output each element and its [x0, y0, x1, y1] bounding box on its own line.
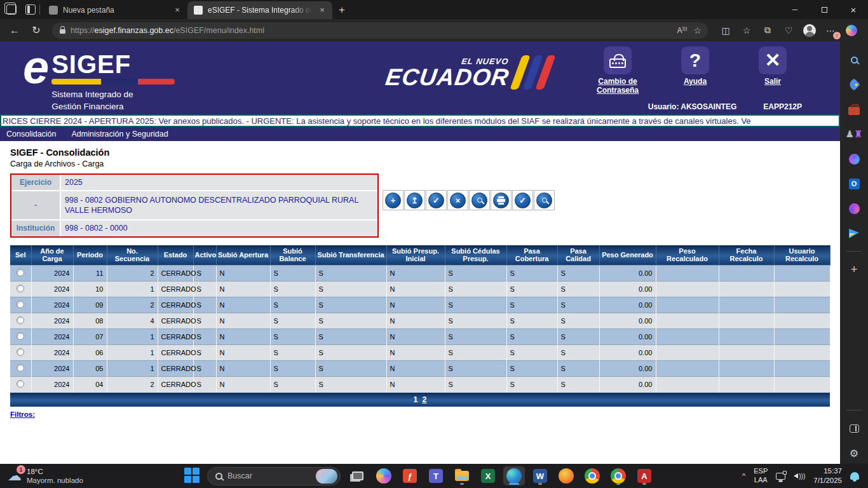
cell: S: [557, 313, 599, 329]
sidebar-settings-icon[interactable]: ⚙: [847, 446, 861, 460]
sidebar-drop-icon[interactable]: [847, 226, 861, 240]
tab-close-icon[interactable]: ×: [317, 5, 327, 15]
profile-avatar[interactable]: [803, 24, 816, 37]
tab-esigef-active[interactable]: eSIGEF - Sistema Integrado de G ×: [187, 1, 332, 19]
favorite-star-icon[interactable]: ☆: [693, 25, 702, 36]
sidebar-tools-icon[interactable]: [847, 102, 861, 116]
copilot-app-icon[interactable]: [373, 466, 395, 485]
cell: 0.00: [599, 313, 656, 329]
cell: N: [386, 345, 445, 361]
upload-save-button[interactable]: ↥: [404, 190, 425, 210]
workspaces-icon[interactable]: [6, 4, 17, 15]
cell: 0.00: [599, 329, 656, 345]
print-button[interactable]: [491, 190, 512, 210]
sidebar-add-icon[interactable]: +: [847, 262, 861, 276]
cell: 06: [73, 345, 107, 361]
back-button[interactable]: ←: [5, 22, 24, 39]
start-button[interactable]: [184, 468, 201, 484]
sidebar-search-icon[interactable]: [847, 53, 861, 67]
update-badge: ↑: [833, 32, 841, 39]
sidebar-clipchamp-icon[interactable]: [847, 201, 861, 215]
weather-widget[interactable]: ☁1 18°C Mayorm. nublado: [0, 467, 184, 485]
split-screen-icon[interactable]: ◫: [719, 24, 732, 37]
word-icon[interactable]: W: [529, 466, 551, 485]
task-view-icon[interactable]: [347, 466, 369, 485]
row-select-radio[interactable]: [17, 332, 24, 340]
maximize-button[interactable]: [810, 0, 839, 19]
validate-form-button[interactable]: ✓: [426, 190, 447, 210]
collections-icon[interactable]: ⧉: [761, 24, 774, 37]
excel-icon[interactable]: X: [477, 466, 499, 485]
address-bar[interactable]: https://esigef.finanzas.gob.ec/eSIGEF/me…: [52, 22, 708, 39]
minimize-button[interactable]: ─: [780, 0, 810, 19]
logout-button[interactable]: ✕ Salir: [743, 46, 802, 95]
sidebar-outlook-icon[interactable]: O: [847, 177, 861, 191]
close-button[interactable]: ×: [839, 0, 868, 19]
browser-essentials-icon[interactable]: ♡: [782, 24, 795, 37]
cell: N: [216, 377, 270, 393]
cell: S: [445, 377, 506, 393]
sidebar-games-icon[interactable]: ♟♜: [847, 127, 861, 141]
row-select-radio[interactable]: [17, 269, 24, 276]
chrome-icon[interactable]: [581, 466, 603, 485]
recalculate-button[interactable]: [534, 190, 555, 210]
new-tab-button[interactable]: +: [339, 4, 345, 17]
page-2-link[interactable]: 2: [423, 395, 427, 404]
breadcrumb: Carga de Archivos - Carga: [10, 159, 840, 168]
consult-file-button[interactable]: [469, 190, 490, 210]
firefox-icon[interactable]: [555, 466, 577, 485]
exit-icon: ✕: [764, 51, 780, 70]
create-button[interactable]: +: [383, 190, 403, 210]
clock[interactable]: 15:377/1/2025: [813, 466, 842, 485]
network-icon[interactable]: [776, 473, 785, 480]
change-password-button[interactable]: Cambio de Contraseña: [588, 46, 647, 95]
menu-administracion[interactable]: Administración y Seguridad: [72, 130, 168, 139]
approve-button[interactable]: ✓: [512, 190, 533, 210]
filtros-link[interactable]: Filtros:: [10, 410, 35, 418]
file-explorer-icon[interactable]: [451, 466, 473, 485]
field-label: Ejercicio: [11, 175, 60, 190]
tab-close-icon[interactable]: ×: [172, 5, 182, 15]
help-button[interactable]: ? Ayuda: [666, 46, 724, 95]
row-select-radio[interactable]: [17, 285, 24, 292]
sidebar-shopping-icon[interactable]: [847, 78, 861, 92]
url-text[interactable]: https://esigef.finanzas.gob.ec/eSIGEF/me…: [71, 26, 672, 35]
menu-consolidacion[interactable]: Consolidación: [6, 130, 57, 139]
chrome-profile-icon[interactable]: [607, 466, 629, 485]
institucion-value: 998 - 0802 - 0000: [61, 220, 377, 236]
cell: [656, 266, 719, 281]
volume-icon[interactable]: ))): [794, 473, 805, 480]
sidebar-panel-icon[interactable]: [847, 421, 861, 435]
cell: S: [506, 377, 557, 393]
read-aloud-icon[interactable]: A))): [677, 25, 687, 35]
acrobat-icon[interactable]: A: [634, 466, 655, 485]
refresh-button[interactable]: ↻: [27, 22, 46, 39]
language-indicator[interactable]: ESPLAA: [754, 467, 768, 485]
cell: N: [386, 361, 445, 377]
notification-bell-icon[interactable]: [850, 472, 859, 480]
cell: N: [386, 281, 445, 297]
ssl-lock-icon[interactable]: [60, 29, 65, 34]
foxit-pdf-icon[interactable]: ƒ: [399, 466, 421, 485]
settings-more-icon[interactable]: ⋯↑: [824, 24, 837, 37]
tray-chevron-icon[interactable]: ^: [742, 472, 745, 480]
favorites-bar-icon[interactable]: ☆: [740, 24, 753, 37]
search-highlight-image[interactable]: [316, 469, 337, 484]
cell: S: [193, 361, 216, 377]
row-select-radio[interactable]: [17, 364, 24, 372]
copilot-icon[interactable]: [845, 24, 858, 37]
logo-tagline: Sistema Integrado deGestión Financiera: [51, 90, 133, 111]
teams-icon[interactable]: T: [425, 466, 447, 485]
row-select-radio[interactable]: [17, 380, 24, 388]
tab-nueva-pestana[interactable]: Nueva pestaña ×: [43, 1, 187, 19]
taskbar-search[interactable]: Buscar: [207, 467, 341, 485]
row-select-radio[interactable]: [17, 348, 24, 356]
edge-icon[interactable]: [503, 466, 525, 485]
main-menu: Consolidación Administración y Seguridad: [0, 127, 840, 141]
search-placeholder: Buscar: [227, 471, 252, 480]
delete-file-button[interactable]: ×: [447, 190, 468, 210]
row-select-radio[interactable]: [17, 316, 24, 324]
vertical-tabs-icon[interactable]: [25, 4, 36, 15]
sidebar-loop-icon[interactable]: [847, 152, 861, 166]
row-select-radio[interactable]: [17, 301, 24, 308]
